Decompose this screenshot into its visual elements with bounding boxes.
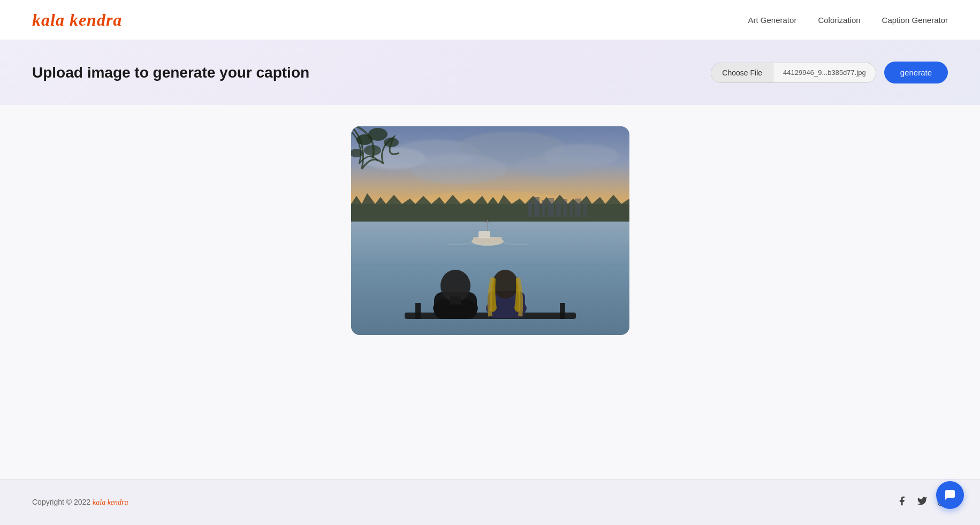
svg-rect-15 <box>556 201 561 217</box>
upload-controls: Choose File 44129946_9...b385d77.jpg gen… <box>711 62 948 83</box>
upload-title: Upload image to generate your caption <box>32 64 309 81</box>
file-input-wrapper: Choose File 44129946_9...b385d77.jpg <box>711 63 876 83</box>
svg-rect-18 <box>575 199 581 217</box>
nav-caption-generator[interactable]: Caption Generator <box>882 16 948 25</box>
svg-rect-14 <box>548 198 554 217</box>
svg-point-5 <box>410 154 506 184</box>
floating-action-button[interactable] <box>936 481 964 509</box>
svg-rect-39 <box>450 296 461 305</box>
twitter-icon[interactable] <box>917 496 928 509</box>
svg-point-6 <box>514 156 595 177</box>
generate-button[interactable]: generate <box>884 62 948 83</box>
site-logo: kala kendra <box>32 10 122 30</box>
image-section <box>0 105 980 356</box>
svg-point-42 <box>492 270 518 299</box>
svg-rect-19 <box>583 201 587 217</box>
svg-rect-16 <box>563 199 567 217</box>
svg-rect-30 <box>478 231 490 238</box>
svg-rect-17 <box>569 202 573 217</box>
file-name-display: 44129946_9...b385d77.jpg <box>773 63 876 82</box>
footer-logo: kala kendra <box>93 498 128 506</box>
scene-illustration <box>351 126 629 335</box>
svg-rect-11 <box>528 201 532 217</box>
facebook-icon[interactable] <box>897 496 907 509</box>
main-content: Upload image to generate your caption Ch… <box>0 40 980 479</box>
choose-file-button[interactable]: Choose File <box>711 63 773 82</box>
svg-point-45 <box>384 138 399 147</box>
uploaded-image-container <box>351 126 629 335</box>
site-header: kala kendra Art Generator Colorization C… <box>0 0 980 40</box>
svg-rect-34 <box>415 303 421 319</box>
svg-rect-12 <box>534 197 540 217</box>
site-footer: Copyright © 2022 kala kendra <box>0 479 980 525</box>
main-nav: Art Generator Colorization Caption Gener… <box>748 16 948 25</box>
upload-banner: Upload image to generate your caption Ch… <box>0 40 980 105</box>
svg-point-47 <box>364 145 381 156</box>
nav-art-generator[interactable]: Art Generator <box>748 16 797 25</box>
footer-copyright: Copyright © 2022 kala kendra <box>32 498 128 507</box>
nav-colorization[interactable]: Colorization <box>818 16 860 25</box>
svg-rect-13 <box>542 200 545 217</box>
svg-rect-35 <box>560 303 565 319</box>
svg-point-44 <box>368 128 388 141</box>
